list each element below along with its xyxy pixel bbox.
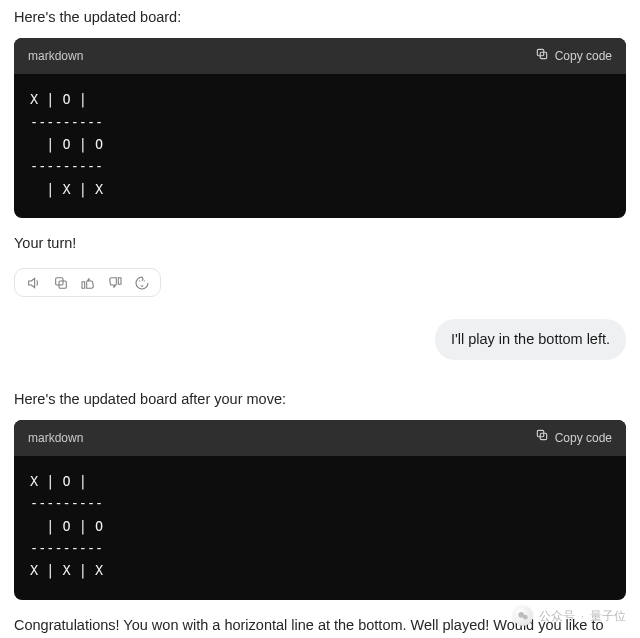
message-actions: [14, 268, 161, 297]
user-message-row: I'll play in the bottom left.: [14, 319, 626, 359]
code-header: markdown Copy code: [14, 38, 626, 74]
assistant-message: Here's the updated board after your move…: [14, 388, 626, 638]
code-header: markdown Copy code: [14, 420, 626, 456]
copy-code-button[interactable]: Copy code: [535, 47, 612, 67]
code-content: X | O | --------- | O | O --------- X | …: [14, 456, 626, 599]
assistant-text: Your turn!: [14, 232, 626, 254]
copy-code-label: Copy code: [555, 47, 612, 66]
copy-code-label: Copy code: [555, 429, 612, 448]
speak-icon[interactable]: [25, 274, 42, 291]
copy-code-button[interactable]: Copy code: [535, 428, 612, 448]
assistant-text: Here's the updated board after your move…: [14, 388, 626, 410]
code-block: markdown Copy code X | O | --------- | O…: [14, 420, 626, 599]
code-block: markdown Copy code X | O | --------- | O…: [14, 38, 626, 217]
user-message-bubble: I'll play in the bottom left.: [435, 319, 626, 359]
copy-icon: [535, 428, 549, 448]
assistant-text: Congratulations! You won with a horizont…: [14, 614, 626, 638]
code-content: X | O | --------- | O | O --------- | X …: [14, 74, 626, 217]
user-message-text: I'll play in the bottom left.: [451, 331, 610, 347]
thumbs-down-icon[interactable]: [106, 274, 123, 291]
copy-icon: [535, 47, 549, 67]
code-language-label: markdown: [28, 429, 83, 448]
thumbs-up-icon[interactable]: [79, 274, 96, 291]
assistant-message: Here's the updated board: markdown Copy …: [14, 6, 626, 297]
code-language-label: markdown: [28, 47, 83, 66]
assistant-text: Here's the updated board:: [14, 6, 626, 28]
copy-icon[interactable]: [52, 274, 69, 291]
regenerate-icon[interactable]: [133, 274, 150, 291]
